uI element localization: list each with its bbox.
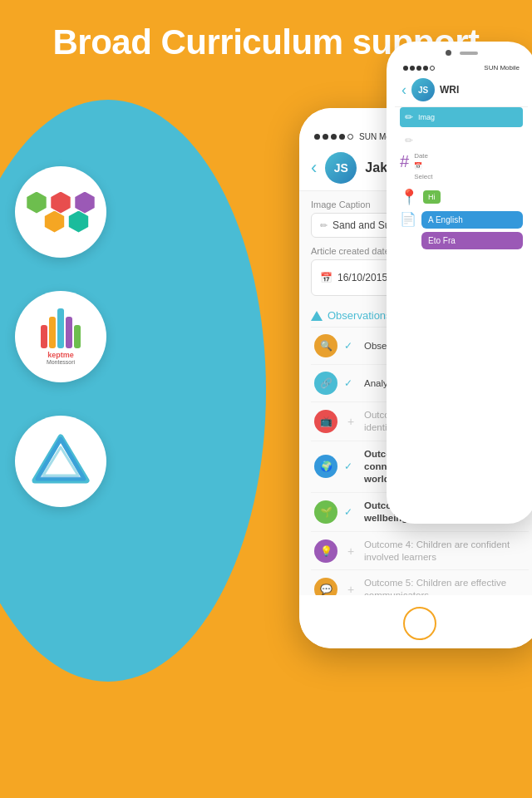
location-content: Hi <box>423 188 523 206</box>
keptme-brand-text: keptme <box>41 352 81 359</box>
secondary-status-bar: SUN Mobile <box>395 59 528 75</box>
obs-plus-3: + <box>344 415 357 428</box>
document-icon: 📄 <box>400 211 416 227</box>
hi-badge: Hi <box>423 190 441 204</box>
calendar-icon: 📅 <box>320 272 332 283</box>
obs-check-1: ✓ <box>344 340 357 352</box>
pencil-inactive-icon: ✏ <box>405 135 413 146</box>
obs-icon-2: 🔗 <box>314 372 337 395</box>
obs-text-7: Outcome 5: Children are effective commun… <box>364 577 525 595</box>
sec-avatar: JS <box>411 78 435 101</box>
obs-item-outcome4[interactable]: 💡 + Outcome 4: Children are confident in… <box>311 532 529 571</box>
phone-secondary: SUN Mobile ‹ JS WRI ✏ Imag ✏ # Date <box>387 42 532 524</box>
sec-pencil-inactive[interactable]: ✏ <box>400 131 523 150</box>
date-label-sec: Date <box>414 152 523 160</box>
hash-icon: # <box>400 152 409 171</box>
home-button[interactable] <box>403 607 436 640</box>
obs-icon-3: 📺 <box>314 410 337 433</box>
triangle-logo-svg <box>32 432 90 490</box>
obs-check-2: ✓ <box>344 377 357 389</box>
obs-icon-7: 💬 <box>314 578 337 595</box>
obs-icon-5: 🌱 <box>314 500 337 524</box>
pencil-icon: ✏ <box>320 220 328 231</box>
montessori-text: Montessori <box>41 359 81 365</box>
sec-back-button[interactable]: ‹ <box>401 81 406 99</box>
back-button[interactable]: ‹ <box>311 157 317 179</box>
svg-marker-0 <box>35 437 86 480</box>
location-icon: 📍 <box>400 188 418 206</box>
obs-text-6: Outcome 4: Children are confident involv… <box>364 539 525 564</box>
sec-carrier: SUN Mobile <box>484 64 520 71</box>
article-date-value: 16/10/2015 <box>337 272 387 283</box>
logos-column: keptme Montessori <box>15 166 106 507</box>
keptme-logo: keptme Montessori <box>15 291 106 382</box>
obs-triangle-icon <box>311 311 323 321</box>
hexagons-logo <box>15 166 106 258</box>
pencil-active-icon: ✏ <box>405 111 413 123</box>
sec-pencil-active[interactable]: ✏ Imag <box>400 107 523 127</box>
obs-icon-1: 🔍 <box>314 334 337 357</box>
obs-icon-6: 💡 <box>314 539 337 563</box>
tag-eto: Eto Fra <box>421 232 523 249</box>
calendar-row-sec: 📅 <box>414 162 523 170</box>
doc-content: A English Eto Fra <box>421 211 523 253</box>
obs-plus-7: + <box>344 583 357 595</box>
tag-english: A English <box>421 211 523 229</box>
user-avatar: JS <box>325 152 357 184</box>
obs-item-outcome5[interactable]: 💬 + Outcome 5: Children are effective co… <box>311 570 529 595</box>
home-button-row <box>299 595 532 648</box>
secondary-content: ✏ Imag ✏ # Date 📅 Select 📍 <box>395 107 528 258</box>
secondary-nav: ‹ JS WRI <box>395 75 528 107</box>
obs-check-5: ✓ <box>344 506 357 518</box>
sec-image-label: Imag <box>418 113 435 121</box>
obs-icon-4: 🌍 <box>314 455 337 478</box>
cal-icon-sec: 📅 <box>414 162 422 170</box>
obs-plus-6: + <box>344 544 357 558</box>
select-label-sec: Select <box>414 173 523 180</box>
tags-column: Date 📅 Select <box>414 152 523 183</box>
triangle-logo <box>15 416 106 507</box>
obs-check-4: ✓ <box>344 461 357 472</box>
sec-nav-title: WRI <box>440 84 459 96</box>
